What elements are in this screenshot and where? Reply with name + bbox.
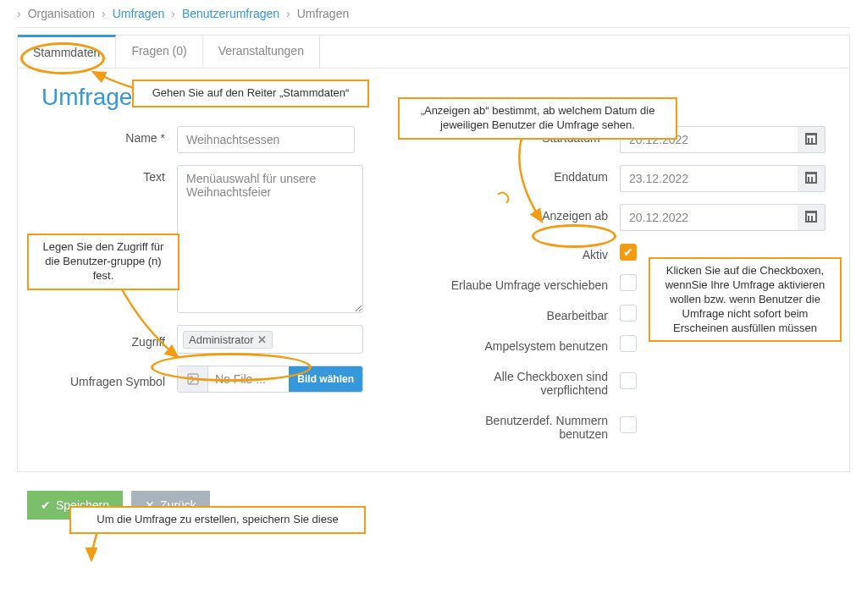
zugriff-tag: Administrator ✕: [183, 331, 273, 349]
verschieben-checkbox[interactable]: [620, 274, 637, 291]
tab-veranstaltungen[interactable]: Veranstaltungen: [203, 36, 320, 68]
verschieben-label: Erlaube Umfrage verschieben: [450, 273, 620, 292]
anzeigen-ab-input[interactable]: [620, 204, 798, 231]
enddatum-label: Enddatum: [450, 165, 620, 184]
pflicht-checkbox[interactable]: [620, 372, 637, 389]
name-input[interactable]: [177, 126, 355, 153]
zugriff-label: Zugriff: [41, 330, 177, 349]
remove-tag-icon[interactable]: ✕: [257, 333, 267, 346]
calendar-icon[interactable]: [798, 204, 826, 231]
callout-checkbox: Klicken Sie auf die Checkboxen, wennSie …: [649, 257, 842, 342]
aktiv-label: Aktiv: [450, 243, 620, 261]
nummern-label: Benutzerdef. Nummern benutzen: [450, 409, 620, 441]
bearbeitbar-checkbox[interactable]: [620, 305, 637, 322]
text-label: Text: [41, 165, 177, 184]
check-icon: ✔: [41, 498, 51, 512]
enddatum-input[interactable]: [620, 165, 798, 192]
calendar-icon[interactable]: [798, 165, 826, 192]
anzeigen-ab-label: Anzeigen ab: [450, 204, 620, 223]
callout-tab: Gehen Sie auf den Reiter „Stammdaten“: [132, 80, 369, 107]
nummern-checkbox[interactable]: [620, 416, 637, 433]
bearbeitbar-label: Bearbeitbar: [450, 304, 620, 322]
image-icon: [178, 366, 208, 392]
ampel-label: Ampelsystem benutzen: [450, 334, 620, 353]
tabs: Stammdaten Fragen (0) Veranstaltungen: [18, 36, 849, 69]
breadcrumb-benutzer[interactable]: Benutzerumfragen: [182, 7, 279, 20]
breadcrumb-umfragen[interactable]: Umfragen: [113, 7, 164, 20]
zugriff-input[interactable]: Administrator ✕: [177, 325, 363, 354]
pflicht-label: Alle Checkboxen sind verpflichtend: [450, 365, 620, 397]
breadcrumb-org: Organisation: [28, 7, 95, 20]
aktiv-checkbox[interactable]: [620, 244, 637, 261]
file-status: No File ...: [208, 366, 289, 392]
symbol-label: Umfragen Symbol: [41, 370, 177, 388]
callout-anzeigen: „Anzeigen ab“ bestimmt, ab welchem Datum…: [398, 97, 677, 140]
file-choose-button[interactable]: Bild wählen: [289, 366, 362, 392]
callout-save: Um die Umfrage zu erstellen, speichern S…: [69, 506, 366, 534]
breadcrumb: Organisation Umfragen Benutzerumfragen U…: [0, 0, 867, 27]
tab-fragen[interactable]: Fragen (0): [116, 36, 202, 68]
name-label: Name *: [41, 126, 177, 145]
text-textarea[interactable]: Menüauswahl für unsere Weihnachtsfeier: [177, 165, 363, 313]
breadcrumb-current: Umfragen: [297, 7, 349, 20]
callout-zugriff: Legen Sie den Zugriff für die Benutzer-g…: [27, 234, 179, 290]
ampel-checkbox[interactable]: [620, 335, 637, 352]
svg-point-1: [190, 377, 192, 379]
calendar-icon[interactable]: [798, 126, 826, 153]
tab-stammdaten[interactable]: Stammdaten: [18, 35, 116, 68]
